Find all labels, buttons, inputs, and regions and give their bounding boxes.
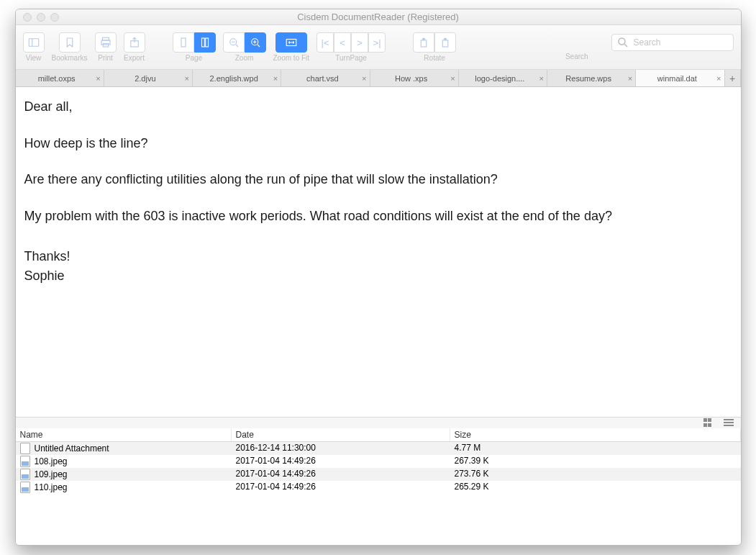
image-file-icon [20, 482, 30, 493]
attachment-row[interactable]: 109.jpeg2017-01-04 14:49:26273.76 K [16, 468, 741, 481]
svg-rect-4 [103, 44, 109, 48]
tab[interactable]: winmail.dat× [636, 70, 724, 86]
attachment-size: 4.77 M [450, 443, 741, 454]
attachment-name: 108.jpeg [35, 456, 68, 466]
search-icon [616, 36, 629, 49]
document-content: Dear all, How deep is the line? Are ther… [16, 87, 741, 417]
new-tab-button[interactable]: + [725, 70, 741, 86]
tab[interactable]: logo-design....× [459, 70, 547, 86]
tab-label: chart.vsd [306, 74, 339, 83]
prev-page-button[interactable]: < [334, 32, 351, 53]
close-tab-icon[interactable]: × [539, 74, 544, 83]
body-line: Thanks! [24, 248, 732, 265]
attachment-row[interactable]: 110.jpeg2017-01-04 14:49:26265.29 K [16, 481, 741, 494]
close-tab-icon[interactable]: × [628, 74, 632, 83]
print-label: Print [98, 54, 113, 62]
chevron-left-icon: < [340, 37, 345, 48]
tab-label: How .xps [395, 74, 427, 83]
page-label: Page [186, 54, 202, 62]
view-label: View [26, 54, 42, 62]
grid-view-icon[interactable] [703, 418, 714, 428]
image-file-icon [20, 456, 30, 467]
column-header-size[interactable]: Size [450, 428, 741, 441]
body-line: How deep is the line? [24, 135, 732, 152]
page-single-button[interactable] [173, 32, 194, 53]
zoom-to-fit-button[interactable] [275, 32, 307, 53]
attachments-table: Name Date Size Untitled Attachment2016-1… [16, 428, 741, 494]
attachment-size: 267.39 K [450, 456, 741, 467]
zoom-out-button[interactable] [223, 32, 245, 53]
tab[interactable]: Resume.wps× [547, 70, 636, 86]
turnpage-label: TurnPage [335, 54, 367, 62]
close-tab-icon[interactable]: × [273, 74, 278, 83]
file-icon [20, 443, 30, 454]
zoom-out-icon [227, 36, 240, 49]
column-header-name[interactable]: Name [16, 428, 232, 441]
attachments-panel: Name Date Size Untitled Attachment2016-1… [16, 417, 741, 545]
close-tab-icon[interactable]: × [450, 74, 455, 83]
last-page-button[interactable]: >| [368, 32, 386, 53]
list-view-icon[interactable] [724, 419, 734, 428]
last-page-icon: >| [373, 37, 381, 48]
tab-bar: millet.oxps×2.djvu×2.english.wpd×chart.v… [16, 70, 741, 87]
first-page-icon: |< [322, 37, 329, 48]
window-title: Cisdem DocumentReader (Registered) [16, 12, 741, 22]
bookmarks-button[interactable] [59, 32, 81, 53]
close-tab-icon[interactable]: × [716, 74, 721, 83]
tab[interactable]: 2.english.wpd× [193, 70, 281, 86]
attachment-name: 109.jpeg [35, 469, 68, 479]
app-window: Cisdem DocumentReader (Registered) View … [15, 9, 742, 546]
tab-label: millet.oxps [38, 74, 76, 83]
tab[interactable]: 2.djvu× [104, 70, 193, 86]
view-button[interactable] [23, 32, 45, 53]
attachment-row[interactable]: Untitled Attachment2016-12-14 11:30:004.… [16, 442, 741, 455]
tab[interactable]: chart.vsd× [281, 70, 370, 86]
continuous-page-icon [199, 36, 211, 49]
rotate-right-button[interactable] [434, 32, 456, 53]
zoom-in-button[interactable] [245, 32, 266, 53]
body-line: Dear all, [24, 99, 732, 115]
attachment-size: 265.29 K [450, 482, 741, 493]
close-tab-icon[interactable]: × [185, 74, 189, 83]
attachment-size: 273.76 K [450, 469, 741, 480]
attachment-date: 2016-12-14 11:30:00 [232, 443, 450, 454]
image-file-icon [20, 469, 30, 480]
toolbar: View Bookmarks Print Ex [16, 25, 741, 70]
tab[interactable]: How .xps× [370, 70, 459, 86]
fit-icon [285, 36, 298, 49]
svg-rect-0 [29, 39, 39, 47]
body-line: Are there any conflicting utilities alon… [24, 171, 732, 188]
rotate-label: Rotate [424, 54, 445, 62]
export-button[interactable] [124, 32, 145, 53]
rotate-left-button[interactable] [413, 32, 434, 53]
search-input[interactable]: Search [611, 34, 734, 51]
zoom-label: Zoom [235, 54, 254, 62]
attachment-name: 110.jpeg [35, 482, 68, 492]
body-line: Sophie [24, 268, 732, 284]
attachments-empty-area [16, 494, 741, 545]
svg-line-20 [624, 44, 627, 47]
tab-label: 2.djvu [135, 74, 155, 83]
next-page-button[interactable]: > [351, 32, 368, 53]
export-icon [128, 36, 141, 49]
tab[interactable]: millet.oxps× [16, 70, 104, 86]
attachment-date: 2017-01-04 14:49:26 [232, 469, 450, 480]
tab-label: logo-design.... [475, 74, 524, 83]
svg-rect-18 [442, 40, 448, 47]
first-page-button[interactable]: |< [316, 32, 334, 53]
bookmark-icon [63, 36, 76, 49]
print-button[interactable] [95, 32, 117, 53]
svg-line-11 [236, 45, 238, 47]
svg-rect-6 [181, 38, 186, 47]
close-tab-icon[interactable]: × [96, 74, 100, 83]
titlebar: Cisdem DocumentReader (Registered) [16, 9, 741, 25]
search-placeholder: Search [634, 37, 661, 48]
export-label: Export [124, 54, 145, 62]
column-header-date[interactable]: Date [232, 428, 450, 441]
svg-rect-17 [421, 40, 427, 47]
zoom-to-fit-label: Zoom to Fit [273, 54, 310, 62]
svg-point-19 [619, 38, 625, 45]
attachment-row[interactable]: 108.jpeg2017-01-04 14:49:26267.39 K [16, 455, 741, 468]
page-continuous-button[interactable] [194, 32, 216, 53]
close-tab-icon[interactable]: × [362, 74, 366, 83]
